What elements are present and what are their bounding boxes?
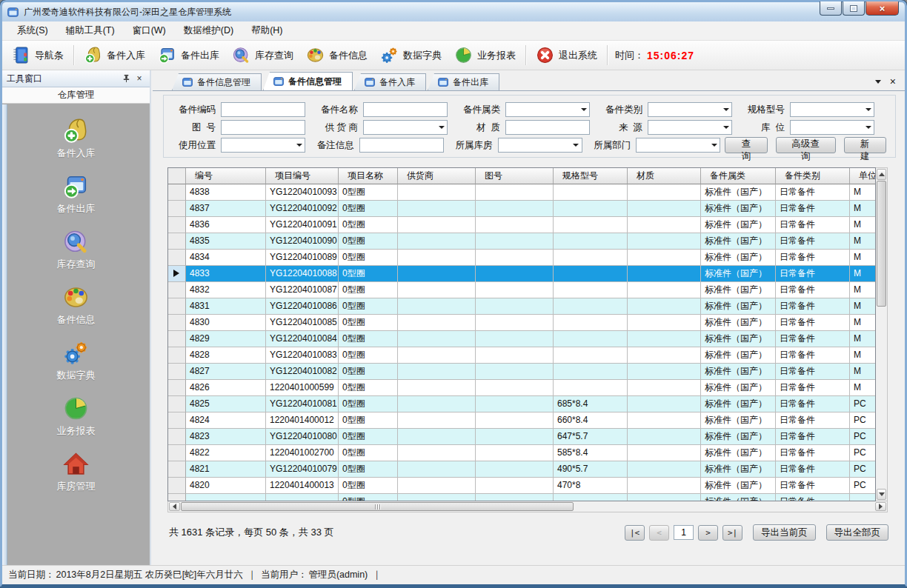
tab-parts-info-mgmt-1[interactable]: 备件信息管理 [172,73,262,90]
sidebar-item-parts-info[interactable]: 备件信息 [32,283,121,327]
column-header[interactable]: 图号 [476,168,554,184]
toolbar-button-data-dict[interactable]: 数据字典 [373,42,448,68]
export-current-page-button[interactable]: 导出当前页 [753,524,816,541]
search-field-input[interactable] [222,121,305,134]
export-all-pages-button[interactable]: 导出全部页 [826,524,889,541]
search-field-input[interactable] [791,121,863,134]
column-header[interactable]: 备件属类 [701,168,776,184]
scroll-up-icon[interactable] [877,169,886,180]
menu-tools[interactable]: 辅助工具(T) [57,21,124,40]
toolbar-button-parts-in[interactable]: 备件入库 [77,42,151,68]
column-header[interactable]: 材质 [628,168,701,184]
minimize-button[interactable] [820,1,842,16]
page-number-input[interactable] [674,525,694,540]
column-header[interactable]: 编号 [186,168,266,184]
chevron-down-icon[interactable] [708,138,720,152]
table-row[interactable]: 4829 YG12204010084 0型圈 标准件（国产） 日常备件 M [168,331,875,347]
table-row[interactable]: 0型圈 标准件（国产） 日常备件 [168,494,875,501]
tab-list-dropdown-icon[interactable] [874,77,883,86]
sidebar-item-stock-query[interactable]: 库存查询 [32,227,121,271]
table-row[interactable]: 4838 YG12204010093 0型圈 标准件（国产） 日常备件 M [168,184,875,201]
sidebar-close-icon[interactable]: × [133,73,145,84]
first-page-button[interactable]: |< [625,525,645,541]
horizontal-scroll-thumb[interactable] [181,502,574,511]
tab-parts-in[interactable]: 备件入库 [354,73,426,90]
column-header[interactable]: 备件类别 [776,168,850,184]
table-row[interactable]: 4837 YG12204010092 0型圈 标准件（国产） 日常备件 M [168,201,875,217]
search-field-input[interactable] [360,138,443,152]
toolbar-button-stock-query[interactable]: 库存查询 [225,42,299,68]
chevron-down-icon[interactable] [720,103,731,116]
sidebar-item-parts-out[interactable]: 备件出库 [32,172,121,216]
table-row[interactable]: 4820 1220401400013 0型圈 470*8 标准件（国产） 日常备… [168,478,875,494]
column-header[interactable]: 项目名称 [339,168,398,184]
table-row[interactable]: 4826 1220401000599 0型圈 标准件（国产） 日常备件 M [168,380,875,396]
scroll-right-icon[interactable] [875,502,886,511]
column-header[interactable]: 规格型号 [554,168,628,184]
search-field-input[interactable] [648,103,720,116]
search-field-input[interactable] [506,121,589,134]
chevron-down-icon[interactable] [571,138,582,152]
table-row[interactable]: 4832 YG12204010087 0型圈 标准件（国产） 日常备件 M [168,282,875,298]
vertical-scroll-thumb[interactable] [877,181,886,307]
chevron-down-icon[interactable] [578,103,589,116]
menu-system[interactable]: 系统(S) [8,21,57,40]
sidebar-item-reports[interactable]: 业务报表 [32,394,121,438]
search-field-input[interactable] [791,103,863,116]
table-row[interactable]: 4830 YG12204010085 0型圈 标准件（国产） 日常备件 M [168,315,875,331]
search-field-input[interactable] [364,121,436,134]
table-row[interactable]: 4827 YG12204010082 0型圈 标准件（国产） 日常备件 M [168,364,875,380]
column-header[interactable]: 项目编号 [266,168,339,184]
sidebar-item-data-dict[interactable]: 数据字典 [32,338,121,382]
next-page-button[interactable]: > [698,525,718,541]
sidebar-item-parts-in[interactable]: 备件入库 [32,116,121,160]
chevron-down-icon[interactable] [863,121,874,134]
table-row[interactable]: 4821 YG12204010079 0型圈 490*5.7 标准件（国产） 日… [168,461,875,478]
create-button[interactable]: 新建 [844,137,886,153]
search-field-input[interactable] [499,138,571,152]
search-field-input[interactable] [364,103,447,116]
search-field-input[interactable] [637,138,708,152]
tab-close-icon[interactable]: × [890,77,896,86]
column-header[interactable]: 单位 [850,168,875,184]
close-button[interactable]: × [866,1,899,16]
toolbar-button-exit[interactable]: 退出系统 [529,42,603,68]
tab-parts-info-mgmt-2[interactable]: 备件信息管理 [263,72,353,90]
scroll-left-icon[interactable] [169,502,180,511]
scroll-down-icon[interactable] [877,489,886,500]
toolbar-button-parts-info[interactable]: 备件信息 [299,42,373,68]
previous-page-button[interactable]: < [649,525,669,541]
table-row[interactable]: 4831 YG12204010086 0型圈 标准件（国产） 日常备件 M [168,298,875,315]
table-row[interactable]: 4825 YG12204010081 0型圈 685*8.4 标准件（国产） 日… [168,396,875,412]
maximize-button[interactable] [843,1,865,16]
chevron-down-icon[interactable] [720,121,731,134]
sidebar-section-warehouse[interactable]: 仓库管理 [2,87,150,104]
search-field-input[interactable] [506,103,578,116]
chevron-down-icon[interactable] [863,103,874,116]
menu-data-maintenance[interactable]: 数据维护(D) [175,21,242,40]
horizontal-scrollbar[interactable] [167,501,888,512]
toolbar-button-reports[interactable]: 业务报表 [448,42,522,68]
table-row[interactable]: 4833 YG12204010088 0型圈 标准件（国产） 日常备件 M [168,266,875,282]
query-button[interactable]: 查询 [725,137,767,153]
search-field-input[interactable] [222,103,305,116]
pin-icon[interactable] [120,73,132,84]
toolbar-button-navbar[interactable]: 导航条 [5,42,70,68]
table-row[interactable]: 4823 YG12204010080 0型圈 647*5.7 标准件（国产） 日… [168,429,875,445]
chevron-down-icon[interactable] [293,138,305,152]
toolbar-button-parts-out[interactable]: 备件出库 [151,42,225,68]
search-field-input[interactable] [222,138,293,152]
column-header[interactable]: 供货商 [398,168,476,184]
advanced-query-button[interactable]: 高级查询 [776,137,836,153]
tab-parts-out[interactable]: 备件出库 [428,73,499,90]
last-page-button[interactable]: >| [722,525,742,541]
table-row[interactable]: 4836 YG12204010091 0型圈 标准件（国产） 日常备件 M [168,217,875,233]
table-row[interactable]: 4822 1220401002700 0型圈 585*8.4 标准件（国产） 日… [168,445,875,461]
chevron-down-icon[interactable] [436,121,447,134]
menu-window[interactable]: 窗口(W) [124,21,175,40]
vertical-scrollbar[interactable] [876,167,888,501]
table-row[interactable]: 4834 YG12204010089 0型圈 标准件（国产） 日常备件 M [168,250,875,266]
menu-help[interactable]: 帮助(H) [242,21,291,40]
table-row[interactable]: 4835 YG12204010090 0型圈 标准件（国产） 日常备件 M [168,233,875,250]
table-row[interactable]: 4824 1220401400012 0型圈 660*8.4 标准件（国产） 日… [168,412,875,429]
